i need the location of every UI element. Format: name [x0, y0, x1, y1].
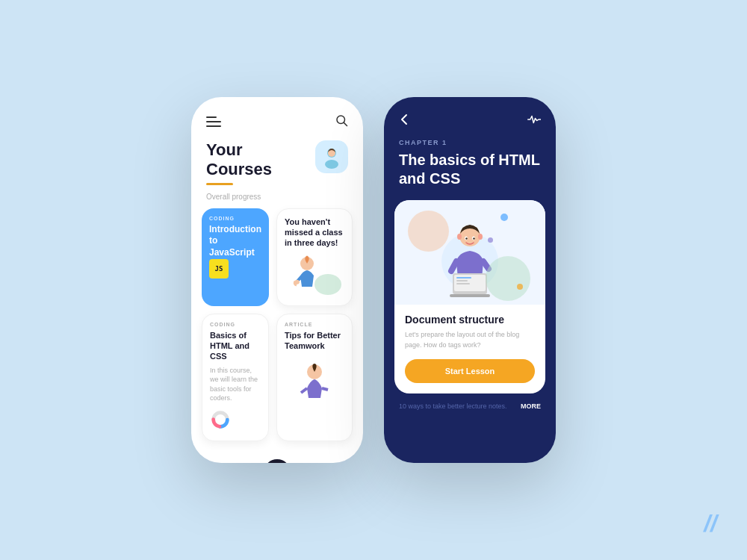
- more-link[interactable]: MORE: [521, 402, 541, 410]
- article-figure: [285, 357, 344, 405]
- start-lesson-button[interactable]: Start Lesson: [405, 359, 535, 383]
- cards-grid: CODING Introduction to JavaScript JS You…: [191, 208, 363, 441]
- search-icon[interactable]: [335, 113, 348, 130]
- svg-rect-21: [456, 277, 471, 279]
- bell-nav-btn[interactable]: [311, 459, 338, 463]
- svg-point-17: [478, 234, 483, 240]
- back-icon[interactable]: [399, 113, 411, 128]
- bottom-nav: [191, 449, 363, 463]
- card-js-tag: CODING: [209, 216, 261, 221]
- lesson-title: Document structure: [405, 314, 535, 326]
- courses-heading2: Courses: [206, 160, 272, 179]
- courses-heading: Your: [206, 140, 272, 160]
- top-bar-dark: [384, 97, 556, 139]
- bottom-note: 10 ways to take better lecture notes. MO…: [384, 393, 556, 419]
- lesson-illustration: [394, 200, 545, 305]
- card-basics-tag: CODING: [210, 322, 261, 327]
- svg-rect-23: [456, 283, 470, 284]
- svg-point-16: [457, 234, 462, 240]
- card-article[interactable]: ARTICLE Tips for Better Teamwork: [276, 314, 353, 441]
- card-javascript[interactable]: CODING Introduction to JavaScript JS: [202, 208, 269, 306]
- svg-rect-22: [456, 280, 468, 281]
- card-basics-desc: In this course, we will learn the basic …: [210, 366, 261, 403]
- streak-figure: [285, 253, 344, 298]
- blob-green: [486, 256, 530, 301]
- watermark: //: [704, 510, 717, 538]
- donut-icon: [210, 409, 261, 433]
- svg-point-27: [473, 237, 474, 239]
- svg-point-26: [465, 237, 467, 239]
- card-article-title: Tips for Better Teamwork: [285, 330, 344, 352]
- card-streak[interactable]: You haven't missed a class in three days…: [276, 208, 353, 306]
- svg-line-1: [344, 122, 347, 125]
- bookmark-nav-btn[interactable]: [217, 459, 244, 463]
- heading-underline: [206, 183, 233, 185]
- right-phone: CHAPTER 1 The basics of HTML and CSS: [384, 97, 556, 463]
- lesson-card-content: Document structure Let's prepare the lay…: [394, 305, 545, 393]
- avatar[interactable]: [315, 140, 348, 173]
- header-text: Your Courses: [206, 140, 272, 185]
- svg-point-3: [325, 160, 338, 169]
- card-basics[interactable]: CODING Basics of HTML and CSS In this co…: [202, 314, 269, 441]
- pulse-icon[interactable]: [527, 114, 541, 128]
- card-basics-title: Basics of HTML and CSS: [210, 330, 261, 362]
- svg-rect-20: [450, 294, 490, 297]
- chapter-label: CHAPTER 1: [384, 139, 556, 151]
- left-phone: Your Courses Overall progress CODING: [191, 97, 363, 463]
- chapter-title: The basics of HTML and CSS: [384, 151, 556, 200]
- blob-peach: [408, 211, 449, 252]
- streak-text: You haven't missed a class in three days…: [285, 217, 344, 249]
- svg-point-7: [314, 274, 341, 295]
- header-section: Your Courses: [191, 137, 363, 190]
- js-logo-icon: JS: [209, 259, 229, 279]
- lesson-desc: Let's prepare the layout out of the blog…: [405, 330, 535, 350]
- overall-progress-label: Overall progress: [191, 190, 363, 208]
- top-bar: [191, 97, 363, 137]
- phones-container: Your Courses Overall progress CODING: [191, 97, 556, 463]
- blob-orange: [517, 284, 523, 290]
- menu-icon[interactable]: [206, 116, 221, 127]
- bottom-note-text: 10 ways to take better lecture notes.: [399, 402, 507, 410]
- card-js-title: Introduction to JavaScript: [209, 224, 261, 259]
- lesson-card[interactable]: Document structure Let's prepare the lay…: [394, 200, 545, 393]
- blob-blue: [500, 214, 508, 221]
- blob-purple: [488, 237, 493, 243]
- compass-nav-btn[interactable]: [264, 459, 291, 463]
- card-article-tag: ARTICLE: [285, 322, 344, 327]
